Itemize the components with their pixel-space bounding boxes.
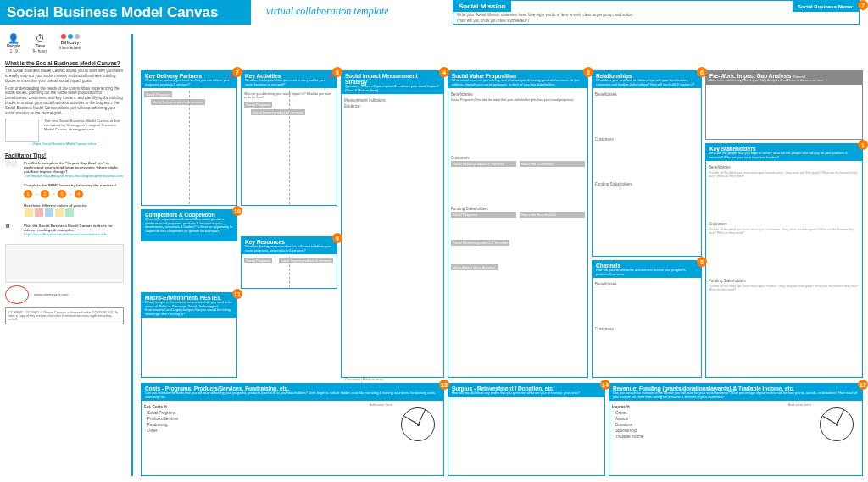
pre-sub: As a team work through the Impact Gap An…: [709, 79, 859, 83]
tip1-link[interactable]: The Impact Gap Analysis https://tackling…: [24, 174, 123, 178]
title-bar: Social Business Model Canvas: [0, 0, 251, 25]
tip3-text: Use three different colors of post-its:: [24, 203, 87, 208]
tips-heading: Facilitator Tips!: [5, 152, 124, 158]
attribution: CC SBMC v24JUN22 © Denise Crossan is lic…: [5, 307, 124, 324]
costs-ph: Add notes here: [370, 402, 392, 407]
tip2-text: Complete the SBMC boxes by following the…: [24, 183, 116, 187]
step-badge-3: 3: [583, 67, 593, 77]
tip1-icon: 📄📄: [5, 161, 20, 176]
ks-cs: Provide all the detail you know about yo…: [709, 228, 860, 235]
card-surplus[interactable]: Surplus - Reinvestment / Donation, etc.H…: [448, 383, 605, 476]
costs-i2: Products/Services: [144, 417, 441, 421]
tip4-icon: 🖥: [5, 224, 20, 239]
mission-help-2: (How will you know you have succeeded?): [453, 18, 859, 24]
card-impact-measurement[interactable]: Social Impact Measurement StrategyQuesti…: [341, 70, 444, 378]
kr-title: Key Resources: [245, 239, 333, 245]
svp-ctag: Name the Customers: [520, 161, 585, 167]
ks-fs: Provide all the detail you know about yo…: [709, 285, 860, 291]
what-p1: The Social Business Model Canvas allows …: [5, 69, 124, 84]
card-prework[interactable]: Pre-Work: Impact Gap Analysis ExternalAs…: [705, 70, 863, 140]
meta-people: 👤People1 - 9: [7, 34, 20, 53]
card-key-delivery-partners[interactable]: Key Delivery PartnersWho are the partner…: [141, 70, 237, 206]
business-name-label: Social Business Name:: [793, 1, 859, 12]
costs-i3: Fundraising: [144, 423, 441, 427]
ks-title: Key Stakeholders: [709, 146, 859, 152]
step-badge-11: 11: [232, 289, 242, 299]
step-badge-8: 8: [332, 67, 342, 77]
step-badge-12: 12: [858, 380, 868, 390]
ka-title: Key Activities: [245, 73, 333, 79]
step-badge-1: 1: [858, 140, 868, 150]
kr-col1: Social Programs: [244, 258, 272, 263]
ch-c: Customers: [595, 327, 698, 331]
video-caption: Video: Social Business Model Canvas onli…: [5, 142, 124, 146]
social-mission-label: Social Mission: [453, 1, 511, 12]
card-revenue[interactable]: Revenue: Funding (grants/donations/award…: [609, 383, 863, 476]
surplus-sub: How will you distribute any profits that…: [452, 391, 601, 396]
comp-sub: What other organisations & social busine…: [145, 218, 233, 233]
ks-c: Customers: [709, 222, 860, 226]
page-title: Social Business Model Canvas: [7, 4, 218, 21]
costs-title: Costs - Programs, Products/Services, Fun…: [145, 385, 440, 391]
kr-sub: What are the key resources that you will…: [245, 245, 333, 252]
sims-lab2: Evidence:: [344, 104, 441, 108]
sims-lab1: Measurement Indicators:: [344, 98, 441, 102]
tip2-icon: [5, 183, 20, 198]
svp-csub: Social Impact products & Services: [451, 161, 516, 167]
step-badge-4: 4: [439, 67, 449, 77]
card-key-resources[interactable]: Key ResourcesWhat are the key resources …: [241, 236, 337, 289]
sims-foot: Outcomes (Medium-term): [345, 377, 384, 381]
card-costs[interactable]: Costs - Programs, Products/Services, Fun…: [141, 383, 444, 476]
step-badge-7: 7: [232, 67, 242, 77]
ka-col2: Social Impact products & services: [251, 109, 305, 115]
what-p2: From understanding the needs of the comm…: [5, 86, 124, 116]
card-macro-pestel[interactable]: Macro-Environment/ PESTELWhat changes in…: [141, 292, 237, 378]
step-sequence: 1→2→3→4: [24, 190, 116, 198]
step-badge-6: 6: [697, 67, 707, 77]
svp-sub: What social issue are you solving, and w…: [452, 79, 584, 86]
meta-time: ⏱Time8+ hours: [32, 34, 47, 53]
svp-b: Beneficiaries: [451, 92, 585, 97]
meta-row: 👤People1 - 9 ⏱Time8+ hours DifficultyInt…: [5, 34, 124, 53]
ka-col1: Social Programs: [244, 102, 272, 108]
what-heading: What is the Social Business Model Canvas…: [5, 60, 124, 66]
step-badge-14: 14: [600, 380, 610, 390]
macro-title: Macro-Environment/ PESTEL: [145, 295, 233, 301]
step-badge-10: 10: [232, 206, 242, 216]
rev-ph: Add notes here: [788, 402, 811, 407]
kdp-sub: Who are the partners you need so that yo…: [145, 79, 233, 86]
step-badge-5: 5: [697, 257, 707, 267]
card-social-value-proposition[interactable]: Social Value PropositionWhat social issu…: [448, 70, 588, 378]
social-mission-box[interactable]: Social Mission Social Business Name: Wri…: [453, 0, 860, 25]
credit: www.strategyzer.com: [34, 292, 110, 296]
card-key-activities[interactable]: Key ActivitiesWhat are the key activitie…: [241, 70, 337, 206]
ch-sub: How will your beneficiaries & customers …: [596, 269, 698, 276]
svp-fsub: Social Programs: [451, 212, 516, 218]
step-badge-13: 13: [439, 380, 449, 390]
ks-b: Beneficiaries: [709, 165, 860, 169]
sidebar: 👤People1 - 9 ⏱Time8+ hours DifficultyInt…: [5, 34, 124, 331]
svp-ftag: Name the Beneficiaries: [520, 212, 585, 218]
card-channels[interactable]: ChannelsHow will your beneficiaries & cu…: [592, 260, 702, 378]
card-competitors[interactable]: Competitors & CoopetitionWhat other orga…: [141, 209, 237, 241]
ka-sub: What are the key activities you need to …: [245, 79, 333, 86]
card-key-stakeholders[interactable]: Key StakeholdersWho are the people that …: [705, 143, 863, 378]
origin-text: The new Social Business Model Canvas onl…: [44, 119, 120, 142]
rev-title: Revenue: Funding (grants/donations/award…: [613, 385, 859, 391]
costs-i1: Social Programs: [144, 411, 441, 415]
step-badge-2: 7: [858, 0, 868, 10]
meta-difficulty: DifficultyIntermediate: [59, 34, 81, 53]
pie-chart-icon: [401, 407, 435, 441]
sticky-notes: [24, 208, 87, 219]
rev-i5: Tradable Income: [612, 435, 860, 439]
vertical-divider: [131, 34, 133, 476]
kdp-title: Key Delivery Partners: [145, 73, 233, 79]
svp-extra: Social Business products & Services: [451, 240, 509, 246]
video-thumb[interactable]: [5, 119, 39, 142]
ch-title: Channels: [596, 263, 698, 269]
page-subtitle: virtual collaboration template: [266, 5, 389, 18]
step-badge-9: 9: [332, 233, 342, 243]
tip4-link[interactable]: https://socialbusinessmodelcanvas.swarth…: [24, 232, 107, 236]
tip1-text: Pre-Work: complete the "Impact Gap Analy…: [24, 161, 118, 174]
card-relationships[interactable]: RelationshipsWhat does your best look at…: [592, 70, 702, 257]
